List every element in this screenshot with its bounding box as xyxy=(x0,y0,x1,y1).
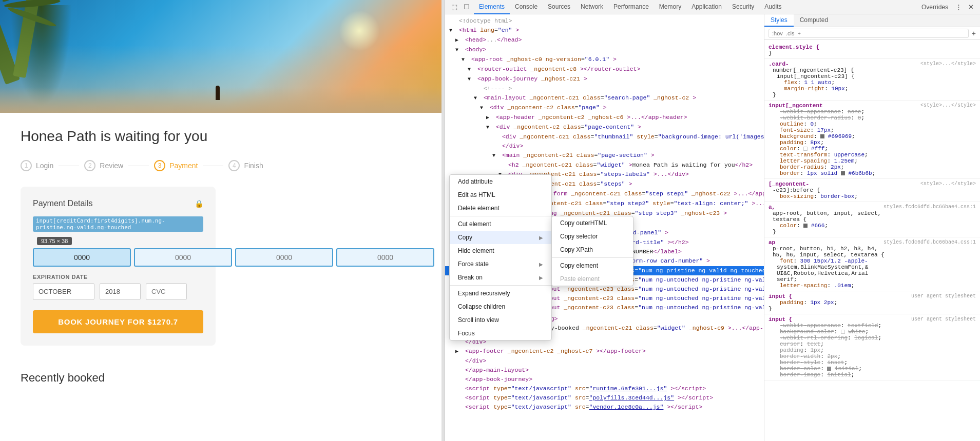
dt-more-btn[interactable]: ⋮ xyxy=(953,2,964,12)
tree-line[interactable]: <main _ngcontent-c21 class="page-section… xyxy=(445,151,764,161)
color-swatch[interactable] xyxy=(827,367,831,371)
color-swatch[interactable] xyxy=(803,224,808,228)
recently-booked-title: Recently booked xyxy=(0,361,441,395)
inspect-element-btn[interactable]: ⬚ xyxy=(449,2,459,12)
overrides-label: Overrides xyxy=(918,4,951,11)
exp-month-input[interactable] xyxy=(33,283,94,300)
triangle-icon[interactable] xyxy=(468,66,474,74)
cm-expand-recursively[interactable]: Expand recursively xyxy=(450,287,551,300)
color-swatch[interactable] xyxy=(841,171,845,175)
tree-line[interactable]: <app-header _ngcontent-c2 _nghost-c6 >..… xyxy=(445,113,764,123)
card-third-input[interactable] xyxy=(235,248,333,267)
triangle-icon[interactable] xyxy=(455,348,462,356)
triangle-icon[interactable] xyxy=(492,152,498,160)
cm-hide-element[interactable]: Hide element xyxy=(450,244,551,257)
tree-line[interactable]: <html lang="en" > xyxy=(445,26,764,35)
tab-elements[interactable]: Elements xyxy=(474,0,510,14)
cm-sep2 xyxy=(450,285,551,286)
tree-line[interactable]: <router-outlet _ngcontent-c8 ></router-o… xyxy=(445,65,764,74)
exp-year-input[interactable] xyxy=(100,283,141,300)
card-fourth-input[interactable] xyxy=(336,248,434,267)
cm-sep1 xyxy=(450,216,551,216)
step-login: 1 Login xyxy=(21,160,53,171)
color-swatch[interactable] xyxy=(820,134,824,138)
tree-line[interactable]: <div _ngcontent-c2 class="page-content" … xyxy=(445,123,764,132)
cvc-input[interactable] xyxy=(146,283,187,300)
tree-line[interactable]: <!---- > xyxy=(445,84,764,93)
tree-line[interactable]: <main-layout _ngcontent-c21 class="searc… xyxy=(445,93,764,103)
tree-line[interactable]: <!doctype html> xyxy=(445,16,764,26)
tab-memory[interactable]: Memory xyxy=(654,0,686,14)
tree-line[interactable]: <script type="text/javascript" src="poly… xyxy=(445,393,764,403)
cm-copy-xpath[interactable]: Copy XPath xyxy=(552,243,633,256)
cm-scroll-into-view[interactable]: Scroll into view xyxy=(450,313,551,327)
card-second-input[interactable] xyxy=(134,248,232,267)
color-swatch[interactable] xyxy=(803,147,808,151)
cm-copy-selector[interactable]: Copy selector xyxy=(552,230,633,243)
styles-toolbar: + xyxy=(764,27,980,40)
triangle-icon[interactable] xyxy=(474,94,480,103)
step-review: 2 Review xyxy=(84,160,123,171)
cm-break-on[interactable]: Break on ▶ xyxy=(450,271,551,284)
tree-line[interactable]: <script type="text/javascript" src="runt… xyxy=(445,384,764,393)
tree-line[interactable]: <div _ngcontent-c21 class="thumbnail" st… xyxy=(445,132,764,142)
palm-left xyxy=(0,0,103,113)
payment-card-title: Payment Details 🔒 xyxy=(33,199,203,208)
person-silhouette xyxy=(216,86,220,100)
sun xyxy=(339,10,380,51)
submenu-arrow: ▶ xyxy=(539,235,543,240)
cm-copy-submenu: Copy outerHTML Copy selector Copy XPath … xyxy=(551,216,633,286)
tree-line[interactable]: </div> xyxy=(445,356,764,366)
triangle-icon[interactable] xyxy=(480,104,486,112)
triangle-icon[interactable] xyxy=(486,124,492,132)
triangle-icon[interactable] xyxy=(455,46,462,54)
step-divider-2 xyxy=(128,166,149,166)
tab-application[interactable]: Application xyxy=(686,0,727,14)
add-style-btn[interactable]: + xyxy=(972,29,976,37)
tree-line[interactable]: </app-book-journey> xyxy=(445,375,764,384)
tree-line[interactable]: <head>...</head> xyxy=(445,35,764,45)
tab-audits[interactable]: Audits xyxy=(759,0,786,14)
tree-line[interactable]: </app-main-layout> xyxy=(445,366,764,375)
tab-security[interactable]: Security xyxy=(727,0,759,14)
cm-edit-as-html[interactable]: Edit as HTML xyxy=(450,188,551,202)
triangle-icon[interactable] xyxy=(468,75,474,84)
tree-line[interactable]: <app-footer _ngcontent-c2 _nghost-c7 ></… xyxy=(445,347,764,356)
cm-delete-element[interactable]: Delete element xyxy=(450,202,551,215)
cm-force-state[interactable]: Force state ▶ xyxy=(450,257,551,271)
triangle-icon[interactable] xyxy=(455,36,462,45)
panel-divider[interactable] xyxy=(441,0,445,441)
triangle-icon[interactable] xyxy=(462,56,468,64)
cm-add-attribute[interactable]: Add attribute xyxy=(450,175,551,188)
styles-panel: Styles Computed + element.style { } .car… xyxy=(764,14,980,441)
cm-copy[interactable]: Copy ▶ Copy outerHTML Copy selector Copy… xyxy=(450,231,551,244)
cm-focus[interactable]: Focus xyxy=(450,327,551,340)
tab-styles[interactable]: Styles xyxy=(764,14,794,27)
cm-cut-element[interactable]: Cut element xyxy=(450,217,551,231)
color-swatch[interactable] xyxy=(841,330,845,334)
tab-performance[interactable]: Performance xyxy=(608,0,654,14)
styles-filter-input[interactable] xyxy=(768,29,969,38)
dt-settings-btn[interactable]: ✕ xyxy=(966,2,976,12)
book-btn[interactable]: BOOK JOURNEY FOR $1270.7 xyxy=(33,310,203,333)
cm-copy-element[interactable]: Copy element xyxy=(552,259,633,272)
tab-computed[interactable]: Computed xyxy=(794,14,834,27)
tree-line[interactable]: <div _ngcontent-c2 class="page" > xyxy=(445,103,764,113)
triangle-icon[interactable] xyxy=(449,27,455,35)
tree-line[interactable]: </div> xyxy=(445,142,764,151)
style-rule-ua1: input { user agent stylesheet padding: 1… xyxy=(764,291,980,314)
tab-network[interactable]: Network xyxy=(575,0,608,14)
tab-console[interactable]: Console xyxy=(510,0,543,14)
triangle-icon[interactable] xyxy=(486,114,492,122)
tree-line[interactable]: <app-root _nghost-c0 ng-version="6.0.1" … xyxy=(445,55,764,65)
device-toggle-btn[interactable]: ☐ xyxy=(462,2,472,12)
card-first-input[interactable] xyxy=(33,248,131,267)
tree-line[interactable]: <script type="text/javascript" src="vend… xyxy=(445,403,764,412)
tab-sources[interactable]: Sources xyxy=(543,0,575,14)
tree-line[interactable]: <app-book-journey _nghost-c21 > xyxy=(445,74,764,84)
cm-collapse-children[interactable]: Collapse children xyxy=(450,300,551,313)
cm-copy-outerhtml[interactable]: Copy outerHTML xyxy=(552,216,633,230)
tree-line[interactable]: <body> xyxy=(445,45,764,55)
style-rule-a: a, styles.fcdc6dfd.bc66bae4.css:1 app-ro… xyxy=(764,202,980,237)
tree-line[interactable]: <h2 _ngcontent-c21 class="widget" >Honea… xyxy=(445,161,764,170)
